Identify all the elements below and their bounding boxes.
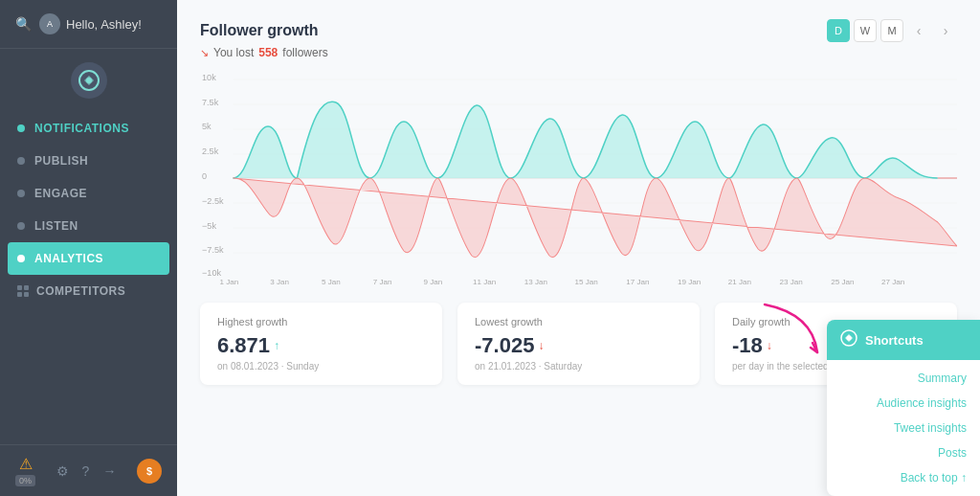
nav-label-listen: LISTEN [34, 219, 78, 233]
svg-text:15 Jan: 15 Jan [574, 278, 597, 286]
svg-text:13 Jan: 13 Jan [524, 278, 547, 286]
svg-text:−5k: −5k [202, 221, 216, 231]
shortcut-audience[interactable]: Audience insights [827, 391, 980, 416]
help-icon[interactable]: ? [82, 463, 90, 479]
svg-text:0: 0 [202, 171, 207, 181]
ctrl-btn-month[interactable]: M [880, 19, 903, 42]
grid-icon [17, 285, 29, 297]
svg-text:9 Jan: 9 Jan [423, 278, 442, 286]
trend-icon: ↘ [200, 47, 209, 59]
shortcuts-title: Shortcuts [865, 333, 924, 348]
alert-section: ⚠ 0% [15, 455, 35, 486]
sidebar-item-notifications[interactable]: NOTIFICATIONS [0, 112, 177, 145]
avatar: A [39, 13, 60, 34]
shortcuts-header[interactable]: Shortcuts [827, 320, 980, 360]
logo-icon [71, 62, 107, 99]
chart-title: Follower growth [200, 22, 319, 39]
nav-label-analytics: ANALYTICS [34, 252, 103, 265]
sidebar-item-analytics[interactable]: ANALYTICS [8, 242, 169, 275]
subtitle-suffix: followers [282, 46, 327, 59]
trend-daily-icon: ↓ [767, 339, 772, 352]
sidebar-nav: NOTIFICATIONS PUBLISH ENGAGE LISTEN ANAL… [0, 108, 177, 444]
svg-text:17 Jan: 17 Jan [626, 278, 649, 286]
nav-next-icon[interactable]: › [934, 19, 957, 42]
shortcut-posts[interactable]: Posts [827, 440, 980, 465]
lost-count: 558 [258, 46, 278, 59]
sidebar-item-publish[interactable]: PUBLISH [0, 145, 177, 177]
stat-card-highest: Highest growth 6.871 ↑ on 08.01.2023 · S… [200, 303, 442, 385]
svg-text:−7.5k: −7.5k [202, 245, 224, 255]
user-greeting: A Hello, Ashley! [39, 13, 142, 34]
sidebar-top: 🔍 A Hello, Ashley! [0, 0, 177, 49]
nav-label-publish: PUBLISH [34, 154, 88, 168]
stat-card-lowest: Lowest growth -7.025 ↓ on 21.01.2023 · S… [457, 303, 700, 385]
nav-prev-icon[interactable]: ‹ [907, 19, 930, 42]
shortcuts-panel: Shortcuts Summary Audience insights Twee… [827, 320, 980, 496]
sidebar-item-competitors[interactable]: COMPETITORS [0, 275, 177, 307]
svg-text:7 Jan: 7 Jan [373, 278, 392, 286]
ctrl-btn-day[interactable]: D [827, 19, 850, 42]
shortcuts-icon [840, 329, 858, 350]
main-content: Follower growth D W M ‹ › ↘ You lost 558… [177, 0, 980, 496]
sidebar-item-listen[interactable]: LISTEN [0, 210, 177, 242]
trend-down-icon: ↓ [538, 339, 544, 352]
ctrl-btn-week[interactable]: W [854, 19, 877, 42]
subtitle-prefix: You lost [213, 46, 254, 59]
svg-text:−10k: −10k [202, 268, 221, 278]
svg-text:7.5k: 7.5k [202, 98, 219, 107]
shortcut-back-to-top[interactable]: Back to top ↑ [827, 465, 980, 490]
svg-text:19 Jan: 19 Jan [678, 278, 701, 286]
nav-label-engage: ENGAGE [34, 187, 87, 200]
stat-value-highest: 6.871 ↑ [217, 333, 425, 358]
svg-text:23 Jan: 23 Jan [779, 278, 802, 286]
sidebar-bottom: ⚠ 0% ⚙ ? → $ [0, 444, 177, 496]
stat-label-lowest: Lowest growth [475, 316, 682, 327]
logout-icon[interactable]: → [102, 463, 116, 479]
trend-up-icon: ↑ [274, 339, 279, 352]
svg-text:5k: 5k [202, 122, 212, 131]
nav-label-competitors: COMPETITORS [36, 284, 125, 298]
greeting-text: Hello, Ashley! [66, 17, 142, 32]
chart-header: Follower growth D W M ‹ › [200, 19, 957, 42]
progress-badge: 0% [15, 475, 35, 486]
search-icon[interactable]: 🔍 [15, 16, 32, 32]
bottom-icons: ⚙ ? → [56, 463, 117, 479]
stat-value-lowest: -7.025 ↓ [475, 333, 682, 358]
shortcuts-links: Summary Audience insights Tweet insights… [827, 360, 980, 496]
svg-text:2.5k: 2.5k [202, 147, 219, 156]
sidebar-item-engage[interactable]: ENGAGE [0, 177, 177, 210]
svg-text:27 Jan: 27 Jan [881, 278, 904, 286]
alert-icon[interactable]: ⚠ [19, 455, 33, 473]
shortcut-summary[interactable]: Summary [827, 366, 980, 391]
chart-subtitle: ↘ You lost 558 followers [200, 46, 957, 59]
chart-svg: 10k 7.5k 5k 2.5k 0 −2.5k −5k −7.5k −10k [200, 69, 957, 289]
stat-sub-lowest: on 21.01.2023 · Saturday [475, 361, 682, 372]
svg-text:5 Jan: 5 Jan [322, 278, 341, 286]
settings-icon[interactable]: ⚙ [56, 463, 69, 479]
stat-label-highest: Highest growth [217, 316, 425, 327]
svg-text:21 Jan: 21 Jan [728, 278, 751, 286]
svg-text:3 Jan: 3 Jan [270, 278, 289, 286]
chart-controls: D W M ‹ › [827, 19, 957, 42]
svg-text:−2.5k: −2.5k [202, 196, 224, 206]
svg-point-34 [847, 336, 852, 341]
svg-text:25 Jan: 25 Jan [831, 278, 854, 286]
svg-text:11 Jan: 11 Jan [473, 278, 496, 286]
svg-text:1 Jan: 1 Jan [220, 278, 239, 286]
chart-container: 10k 7.5k 5k 2.5k 0 −2.5k −5k −7.5k −10k [200, 69, 957, 289]
nav-label-notifications: NOTIFICATIONS [34, 122, 129, 135]
svg-point-1 [86, 78, 92, 83]
user-avatar-badge[interactable]: $ [137, 459, 162, 484]
shortcut-tweet[interactable]: Tweet insights [827, 416, 980, 440]
sidebar-logo [0, 49, 177, 108]
stat-sub-highest: on 08.01.2023 · Sunday [217, 361, 425, 372]
svg-text:10k: 10k [202, 73, 216, 82]
sidebar: 🔍 A Hello, Ashley! NOTIFICATIONS PUBLISH… [0, 0, 177, 496]
